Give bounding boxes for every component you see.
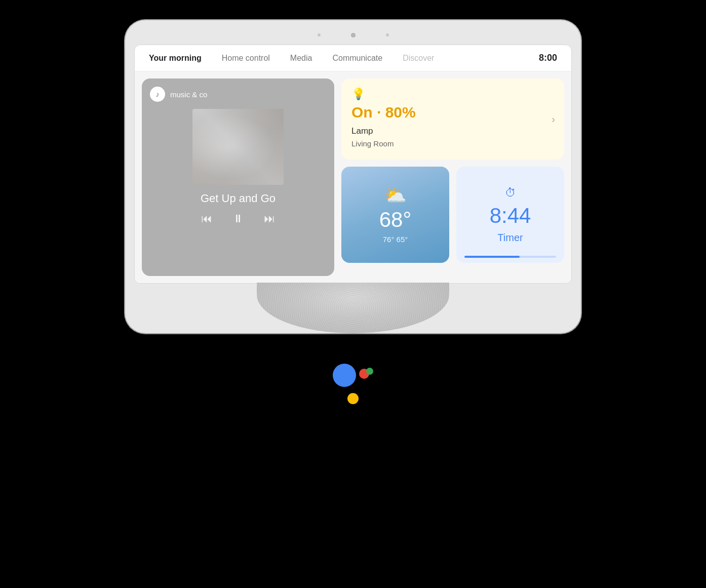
- music-app-name: music & co: [170, 90, 207, 99]
- dot-green: [366, 368, 373, 375]
- timer-label: Timer: [497, 232, 523, 244]
- timer-card[interactable]: ⏱ 8:44 Timer: [456, 167, 564, 263]
- prev-button[interactable]: ⏮: [201, 212, 212, 225]
- assistant-dots: [333, 364, 373, 404]
- nav-item-discover[interactable]: Discover: [393, 54, 444, 63]
- music-note-icon: ♪: [156, 90, 160, 98]
- speaker-base-wrapper: [134, 283, 572, 333]
- camera-lens: [351, 33, 356, 37]
- nav-item-your-morning[interactable]: Your morning: [149, 54, 212, 63]
- bulb-icon: 💡: [351, 88, 554, 101]
- weather-icon: ⛅: [384, 186, 407, 205]
- album-art: [192, 109, 284, 185]
- timer-progress-bar: [464, 256, 556, 258]
- google-nest-hub-device: Your morning Home control Media Communic…: [125, 20, 581, 333]
- timer-progress-fill: [464, 256, 520, 258]
- device-screen: Your morning Home control Media Communic…: [134, 45, 572, 284]
- song-title: Get Up and Go: [201, 192, 276, 205]
- google-assistant-logo: [333, 364, 373, 404]
- nav-item-media[interactable]: Media: [280, 54, 323, 63]
- camera-dot-right: [386, 33, 389, 36]
- lamp-card[interactable]: 💡 On · 80% Lamp Living Room ›: [341, 79, 564, 160]
- device-shell: Your morning Home control Media Communic…: [125, 20, 581, 333]
- chevron-right-icon: ›: [552, 113, 555, 125]
- music-controls: ⏮ ⏸ ⏭: [201, 212, 275, 225]
- music-app-logo: ♪: [150, 87, 165, 102]
- dot-blue: [333, 364, 356, 387]
- power-cable: [447, 308, 449, 310]
- right-panel: 💡 On · 80% Lamp Living Room › ⛅ 68° 76° …: [341, 79, 564, 276]
- next-button[interactable]: ⏭: [264, 212, 275, 225]
- camera-dot-left: [318, 33, 321, 36]
- lamp-name: Lamp: [351, 126, 554, 136]
- nav-item-home-control[interactable]: Home control: [212, 54, 280, 63]
- bottom-row: ⛅ 68° 76° 65° ⏱ 8:44 Timer: [341, 167, 564, 263]
- main-content: ♪ music & co Get Up and Go ⏮ ⏸ ⏭: [135, 71, 571, 283]
- weather-card[interactable]: ⛅ 68° 76° 65°: [341, 167, 449, 263]
- speaker-base: [257, 283, 449, 333]
- timer-display: 8:44: [490, 204, 531, 228]
- music-header: ♪ music & co: [150, 87, 326, 102]
- dot-yellow: [347, 393, 359, 404]
- weather-temperature: 68°: [379, 208, 412, 232]
- weather-range: 76° 65°: [383, 235, 408, 244]
- clock-display: 8:00: [539, 53, 557, 63]
- nav-bar: Your morning Home control Media Communic…: [135, 45, 571, 71]
- lamp-status: On · 80%: [351, 104, 554, 121]
- pause-button[interactable]: ⏸: [232, 212, 244, 225]
- nav-item-communicate[interactable]: Communicate: [322, 54, 393, 63]
- lamp-room: Living Room: [351, 139, 554, 148]
- camera-bar: [134, 29, 572, 41]
- timer-icon: ⏱: [505, 186, 516, 200]
- music-card[interactable]: ♪ music & co Get Up and Go ⏮ ⏸ ⏭: [142, 79, 334, 276]
